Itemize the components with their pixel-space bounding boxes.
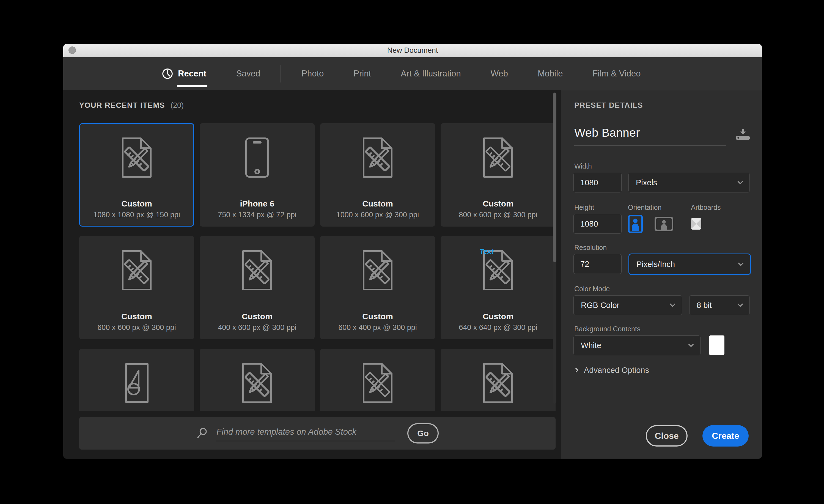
orientation-portrait-button[interactable] (628, 215, 643, 233)
document-ruler-icon (361, 362, 394, 405)
document-ruler-icon (120, 137, 153, 179)
recent-item-spec: 600 x 600 px @ 300 ppi (97, 323, 176, 332)
resolution-units-dropdown[interactable]: Pixels/Inch (628, 254, 751, 275)
text-overlay-label: Text (480, 247, 493, 255)
tab-label: Photo (301, 57, 324, 90)
tab-web[interactable]: Web (491, 57, 508, 90)
portrait-orientation-icon (628, 215, 643, 233)
height-input[interactable] (574, 214, 622, 234)
width-input[interactable] (574, 173, 622, 193)
chevron-down-icon (737, 301, 743, 307)
recent-item-name: Custom (483, 312, 513, 321)
recent-item-card[interactable]: Custom600 x 600 px @ 300 ppi (79, 236, 194, 339)
preset-details-panel: PRESET DETAILS Width Pixels (561, 90, 762, 459)
title-bar: New Document (63, 44, 762, 57)
recent-item-name: Custom (121, 312, 152, 321)
units-dropdown[interactable]: Pixels (628, 173, 750, 193)
save-preset-icon (735, 129, 750, 140)
create-button[interactable]: Create (702, 425, 749, 447)
artboards-label: Artboards (691, 204, 721, 212)
recent-item-card[interactable] (79, 349, 194, 411)
tab-photo[interactable]: Photo (301, 57, 324, 90)
close-button[interactable]: Close (646, 425, 688, 447)
recent-item-card[interactable] (441, 349, 555, 411)
recent-item-card[interactable]: Custom800 x 600 px @ 300 ppi (441, 123, 555, 227)
recent-item-name: Custom (362, 199, 393, 209)
orientation-landscape-button[interactable] (654, 217, 673, 231)
recent-item-card[interactable]: Custom1080 x 1080 px @ 150 ppi (79, 123, 194, 227)
recent-item-card[interactable] (320, 349, 435, 411)
recent-items-grid: Custom1080 x 1080 px @ 150 ppiiPhone 675… (79, 123, 555, 411)
recent-item-card[interactable]: iPhone 6750 x 1334 px @ 72 ppi (200, 123, 315, 227)
recent-item-spec: 750 x 1334 px @ 72 ppi (218, 211, 297, 219)
recent-item-name: Custom (483, 199, 513, 209)
orientation-label: Orientation (628, 204, 661, 212)
tab-art-illustration[interactable]: Art & Illustration (401, 57, 461, 90)
go-button[interactable]: Go (407, 423, 439, 444)
recent-items-title: YOUR RECENT ITEMS (79, 101, 165, 110)
recent-item-name: Custom (362, 312, 393, 321)
search-input[interactable] (216, 425, 395, 441)
tab-label: Art & Illustration (401, 57, 461, 90)
tab-print[interactable]: Print (353, 57, 371, 90)
document-ruler-icon (481, 137, 515, 179)
scrollbar-thumb[interactable] (553, 93, 556, 262)
advanced-options-toggle[interactable]: Advanced Options (574, 366, 649, 375)
width-label: Width (574, 162, 592, 170)
recent-item-card[interactable]: TextCustom640 x 640 px @ 300 ppi (441, 236, 555, 339)
preset-details-heading: PRESET DETAILS (574, 101, 643, 110)
shapes-icon (122, 362, 152, 405)
recent-item-card[interactable]: Custom400 x 600 px @ 300 ppi (200, 236, 315, 339)
bit-depth-dropdown[interactable]: 8 bit (689, 295, 750, 315)
adobe-stock-search-bar: Go (79, 417, 555, 450)
recent-item-card[interactable]: Custom1000 x 600 px @ 300 ppi (320, 123, 435, 227)
artboards-checkbox[interactable] (691, 218, 701, 230)
recent-items-count: (20) (171, 101, 184, 110)
new-document-dialog: New Document RecentSavedPhotoPrintArt & … (63, 44, 762, 459)
document-ruler-icon (481, 362, 515, 405)
document-ruler-icon (361, 250, 394, 292)
search-icon (196, 427, 208, 439)
recent-item-card[interactable] (200, 349, 315, 411)
background-contents-value: White (581, 341, 601, 350)
document-ruler-icon (361, 137, 394, 179)
tab-recent[interactable]: Recent (162, 57, 206, 90)
units-value: Pixels (636, 178, 657, 187)
dialog-body: YOUR RECENT ITEMS (20) Custom1080 x 1080… (63, 90, 762, 459)
window-title: New Document (387, 46, 438, 55)
tab-film-video[interactable]: Film & Video (593, 57, 640, 90)
chevron-right-icon (574, 368, 579, 373)
resolution-label: Resolution (574, 244, 607, 252)
tab-saved[interactable]: Saved (236, 57, 260, 90)
bit-depth-value: 8 bit (697, 301, 712, 310)
tab-label: Saved (236, 57, 260, 90)
tab-label: Print (353, 57, 371, 90)
chevron-down-icon (670, 301, 676, 307)
save-preset-button[interactable] (735, 129, 750, 141)
chevron-down-icon (738, 260, 744, 266)
background-color-swatch[interactable] (709, 336, 724, 355)
tab-label: Recent (178, 57, 206, 90)
tab-bar: RecentSavedPhotoPrintArt & IllustrationW… (63, 57, 762, 90)
color-mode-label: Color Mode (574, 285, 610, 293)
recent-item-name: iPhone 6 (240, 199, 274, 209)
tab-mobile[interactable]: Mobile (538, 57, 563, 90)
recent-item-spec: 600 x 400 px @ 300 ppi (338, 323, 417, 332)
recent-item-card[interactable]: Custom600 x 400 px @ 300 ppi (320, 236, 435, 339)
color-mode-dropdown[interactable]: RGB Color (574, 295, 682, 315)
recent-items-heading: YOUR RECENT ITEMS (20) (79, 101, 184, 110)
clock-icon (162, 68, 173, 80)
advanced-options-label: Advanced Options (584, 366, 649, 375)
resolution-input[interactable] (574, 254, 622, 274)
recent-item-spec: 400 x 600 px @ 300 ppi (218, 323, 297, 332)
window-close-button[interactable] (69, 46, 76, 54)
height-label: Height (574, 204, 594, 212)
chevron-down-icon (737, 178, 743, 184)
document-ruler-icon (240, 250, 274, 292)
document-name-input[interactable] (574, 126, 726, 146)
document-ruler-icon (120, 250, 153, 292)
recent-item-spec: 1080 x 1080 px @ 150 ppi (93, 211, 180, 219)
scrollbar-track[interactable] (553, 92, 556, 404)
background-contents-dropdown[interactable]: White (574, 336, 701, 355)
chevron-down-icon (688, 341, 694, 347)
